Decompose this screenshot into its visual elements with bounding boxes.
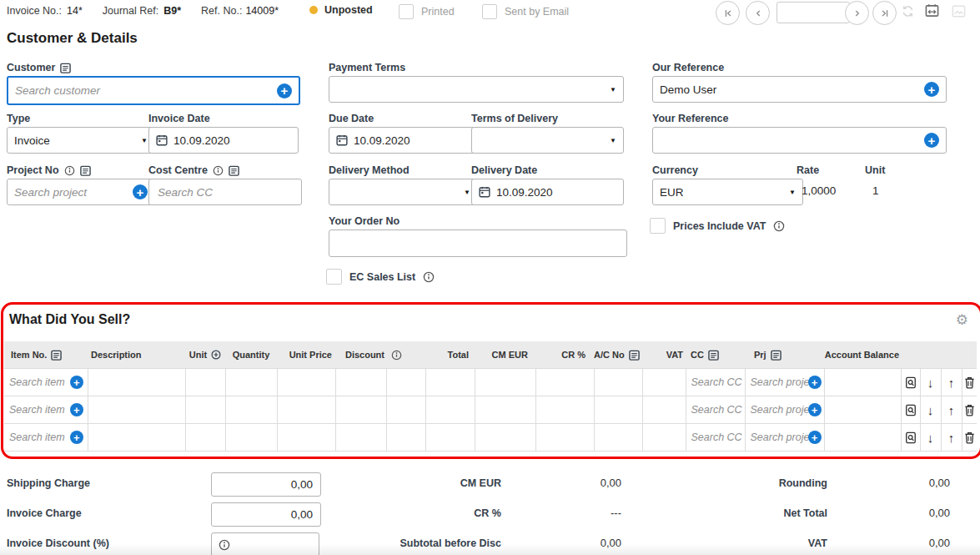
move-row-down-button[interactable]: ↓ [920, 369, 941, 396]
attach-image-button[interactable] [952, 4, 966, 18]
previous-record-button[interactable] [746, 1, 770, 25]
project-paste-icon[interactable] [80, 165, 91, 176]
preview-row-button[interactable] [901, 369, 920, 396]
discount-cell[interactable] [335, 369, 386, 396]
invoice-charge-input[interactable] [211, 502, 321, 527]
customer-paste-icon[interactable] [60, 63, 71, 73]
ac-no-paste-icon[interactable] [629, 350, 640, 361]
customer-search-input[interactable] [15, 78, 271, 103]
due-date-input[interactable]: 10.09.2020 [329, 127, 478, 154]
discount-info-icon[interactable] [391, 350, 402, 361]
move-row-up-button[interactable]: ↑ [941, 369, 962, 396]
description-cell[interactable] [88, 396, 185, 424]
vat-cell[interactable] [642, 396, 686, 424]
description-cell[interactable] [88, 424, 185, 452]
discount-extra-cell[interactable] [386, 396, 425, 424]
prices-include-vat-info-icon[interactable] [773, 220, 785, 232]
ac-no-cell[interactable] [594, 424, 642, 452]
delete-row-button[interactable] [962, 369, 977, 396]
sent-by-email-checkbox[interactable] [482, 4, 497, 19]
type-select[interactable]: Invoice ▼ [7, 127, 155, 154]
vat-cell[interactable] [642, 424, 686, 452]
add-customer-button[interactable]: + [277, 83, 292, 98]
ec-sales-list-info-icon[interactable] [423, 271, 435, 283]
move-row-up-button[interactable]: ↑ [941, 396, 962, 424]
total-cell[interactable] [425, 369, 475, 396]
add-row-project-button[interactable]: + [808, 431, 822, 444]
unit-add-icon[interactable] [211, 350, 221, 360]
prj-cell[interactable]: Search proje+ [745, 424, 824, 452]
cost-centre-info-icon[interactable] [213, 165, 224, 176]
discount-extra-cell[interactable] [386, 369, 425, 396]
unit-price-cell[interactable] [277, 369, 335, 396]
ec-sales-list-checkbox[interactable] [326, 269, 342, 285]
cc-paste-icon[interactable] [708, 350, 719, 361]
prj-paste-icon[interactable] [771, 350, 781, 361]
cc-cell[interactable]: Search CC [686, 396, 745, 424]
unit-cell[interactable] [185, 424, 225, 452]
unit-cell[interactable] [185, 369, 225, 396]
delivery-method-select[interactable]: ▼ [329, 179, 478, 205]
item-no-cell[interactable]: Search item+ [4, 369, 88, 396]
unit-cell[interactable] [185, 396, 225, 424]
shipping-charge-input[interactable] [211, 472, 321, 497]
gear-icon[interactable]: ⚙ [956, 313, 968, 327]
unit-price-cell[interactable] [277, 396, 335, 424]
add-item-button[interactable]: + [70, 376, 83, 389]
project-info-icon[interactable] [64, 165, 75, 176]
cc-cell[interactable]: Search CC [686, 424, 745, 452]
prices-include-vat-checkbox[interactable] [650, 218, 666, 234]
description-cell[interactable] [88, 369, 185, 396]
unit-price-cell[interactable] [277, 424, 335, 452]
add-item-button[interactable]: + [70, 403, 83, 416]
invoice-discount-info-icon[interactable] [219, 539, 230, 551]
cc-cell[interactable]: Search CC [686, 369, 745, 396]
quantity-cell[interactable] [225, 424, 277, 452]
ac-no-cell[interactable] [594, 396, 642, 424]
add-item-button[interactable]: + [70, 431, 83, 444]
record-number-input[interactable] [776, 2, 850, 23]
add-our-reference-button[interactable]: + [924, 82, 939, 97]
your-order-no-input[interactable] [329, 230, 627, 257]
vat-cell[interactable] [642, 369, 686, 396]
discount-cell[interactable] [335, 424, 386, 452]
total-cell[interactable] [425, 424, 475, 452]
printed-checkbox[interactable] [399, 4, 414, 19]
ac-no-cell[interactable] [594, 369, 642, 396]
add-your-reference-button[interactable]: + [924, 133, 939, 148]
project-search-input[interactable] [14, 179, 127, 204]
add-row-project-button[interactable]: + [808, 376, 822, 389]
prj-cell[interactable]: Search proje+ [745, 369, 824, 396]
item-no-cell[interactable]: Search item+ [4, 424, 88, 452]
item-no-paste-icon[interactable] [51, 350, 62, 361]
cost-centre-paste-icon[interactable] [229, 165, 239, 176]
add-project-button[interactable]: + [133, 184, 148, 199]
discount-cell[interactable] [335, 396, 386, 424]
move-row-down-button[interactable]: ↓ [920, 424, 941, 452]
delivery-date-input[interactable]: 10.09.2020 [471, 179, 624, 205]
move-row-down-button[interactable]: ↓ [920, 396, 941, 424]
discount-extra-cell[interactable] [386, 424, 425, 452]
your-reference-input[interactable] [660, 128, 918, 153]
preview-row-button[interactable] [901, 424, 920, 452]
preview-row-button[interactable] [901, 396, 920, 424]
item-no-cell[interactable]: Search item+ [4, 396, 88, 424]
total-cell[interactable] [425, 396, 475, 424]
add-row-project-button[interactable]: + [808, 403, 822, 416]
next-record-button[interactable] [845, 1, 869, 25]
terms-of-delivery-select[interactable]: ▼ [471, 127, 624, 154]
quantity-cell[interactable] [225, 396, 277, 424]
delete-row-button[interactable] [962, 424, 977, 452]
invoice-discount-input[interactable] [211, 532, 319, 555]
first-record-button[interactable] [716, 1, 740, 25]
delete-row-button[interactable] [962, 396, 977, 424]
last-record-button[interactable] [872, 1, 897, 25]
prj-cell[interactable]: Search proje+ [745, 396, 824, 424]
date-range-button[interactable] [925, 3, 939, 18]
payment-terms-select[interactable]: ▼ [329, 76, 624, 103]
refresh-button[interactable] [901, 4, 915, 18]
our-reference-input[interactable] [660, 77, 918, 102]
invoice-date-input[interactable]: 10.09.2020 [148, 127, 299, 154]
quantity-cell[interactable] [225, 369, 277, 396]
currency-select[interactable]: EUR ▼ [652, 179, 803, 205]
